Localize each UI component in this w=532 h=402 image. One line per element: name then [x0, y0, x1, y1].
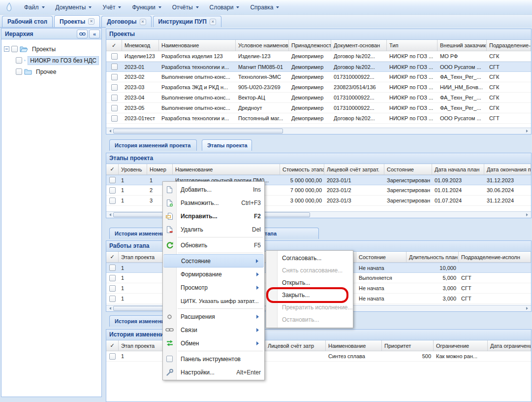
scroll-left-icon[interactable]: [106, 212, 113, 218]
column-header-constraint-date[interactable]: Дата ограничения: [488, 340, 531, 351]
menu-item-extensions[interactable]: Расширения: [163, 310, 264, 323]
tab-project-history[interactable]: История изменений проекта: [109, 139, 197, 151]
row-checkbox[interactable]: [109, 198, 116, 204]
row-checkbox[interactable]: [109, 177, 116, 183]
tree-checkbox[interactable]: [16, 57, 22, 64]
column-header-constraint[interactable]: Ограничение: [434, 340, 488, 351]
row-checkbox[interactable]: [111, 115, 118, 122]
column-header-check[interactable]: ✓: [106, 252, 119, 262]
column-header-level[interactable]: Уровень: [119, 164, 147, 174]
row-checkbox[interactable]: [109, 353, 116, 360]
scroll-left-icon[interactable]: [106, 305, 113, 311]
tab-instructions-pup[interactable]: Инструкции ПУП×: [153, 16, 221, 27]
table-row[interactable]: 2023-01тест Разработка технологии и... П…: [106, 113, 531, 124]
tree-checkbox[interactable]: [11, 46, 18, 52]
table-row[interactable]: 2023-04 Выполнение опытно-конс... Вектор…: [106, 93, 531, 103]
scroll-right-icon[interactable]: [525, 305, 531, 311]
tab-desktop[interactable]: Рабочий стол: [2, 16, 53, 27]
column-header-end-date[interactable]: Дата окончания п: [484, 164, 531, 174]
column-header-stage-cost[interactable]: Стоимость этапа: [280, 164, 324, 174]
tree-collapse-icon[interactable]: [4, 46, 9, 52]
row-checkbox[interactable]: [109, 265, 116, 271]
menu-file[interactable]: Файл: [19, 1, 50, 13]
column-header-external-customer[interactable]: Внешний заказчик: [438, 40, 487, 51]
column-header-cost-account[interactable]: Лицевой счёт затр: [265, 340, 326, 351]
column-header-check[interactable]: ✓: [106, 164, 119, 174]
menu-item-edit[interactable]: Исправить... F2: [163, 209, 264, 223]
table-row-selected[interactable]: 2023-01 Разработка технологии и... Магни…: [106, 62, 531, 72]
menu-item-exchange[interactable]: Обмен: [163, 336, 264, 350]
tree-checkbox[interactable]: [16, 68, 22, 75]
scroll-right-icon[interactable]: [525, 212, 531, 218]
submenu-item-close[interactable]: Закрыть...: [266, 289, 353, 302]
menu-item-duplicate[interactable]: Размножить... Ctrl+F3: [163, 196, 264, 209]
row-checkbox[interactable]: [111, 53, 118, 60]
column-header-name[interactable]: Наименование: [326, 340, 382, 351]
scrollbar-thumb[interactable]: [113, 129, 283, 134]
row-checkbox[interactable]: [111, 105, 118, 111]
column-header-priority[interactable]: Приоритет: [382, 340, 434, 351]
tab-contracts[interactable]: Договоры×: [101, 16, 151, 27]
column-header-start-date[interactable]: Дата начала план: [432, 164, 484, 174]
column-header-number[interactable]: Номер: [147, 164, 173, 174]
menu-item-citk-cost-code[interactable]: ЦИТК. Указать шифр затрат...: [163, 294, 264, 307]
column-header-check[interactable]: ✓: [106, 40, 122, 51]
menu-item-refresh[interactable]: Обновить F5: [163, 238, 264, 252]
row-checkbox[interactable]: [109, 187, 116, 194]
column-header-project-stage[interactable]: Этап проекта: [119, 252, 163, 262]
scroll-right-icon[interactable]: [525, 128, 531, 134]
collapse-panel-icon[interactable]: «: [89, 30, 100, 38]
submenu-item-open[interactable]: Открыть...: [266, 277, 353, 289]
menu-documents[interactable]: Документы: [50, 1, 97, 13]
table-row[interactable]: 2023-02 Выполнение опытно-конс... Технол…: [106, 72, 531, 82]
menu-item-formation[interactable]: Формирование: [163, 268, 264, 281]
row-checkbox[interactable]: [111, 64, 118, 70]
column-header-name[interactable]: Наименование: [159, 40, 236, 51]
menu-dictionaries[interactable]: Словари: [204, 1, 245, 13]
column-header-codename[interactable]: Условное наименова: [236, 40, 289, 51]
menu-item-view[interactable]: Просмотр: [163, 281, 264, 294]
close-icon[interactable]: ×: [210, 19, 216, 25]
row-checkbox[interactable]: [111, 84, 118, 91]
menu-help[interactable]: Справка: [245, 1, 284, 13]
tab-projects[interactable]: Проекты×: [54, 15, 100, 27]
menu-accounting[interactable]: Учёт: [97, 1, 126, 13]
close-icon[interactable]: ×: [140, 19, 146, 25]
column-header-cost-account[interactable]: Лицевой счёт затрат.: [324, 164, 384, 174]
row-checkbox[interactable]: [111, 74, 118, 80]
column-header-mnemocode[interactable]: Мнемокод: [122, 40, 159, 51]
menu-item-delete[interactable]: Удалить Del: [163, 223, 264, 236]
column-header-state[interactable]: Состояние: [356, 252, 407, 262]
tree-node-projects[interactable]: Проекты: [4, 43, 99, 55]
column-header-department[interactable]: Подразделение-от: [487, 40, 531, 51]
menu-functions[interactable]: Функции: [126, 1, 166, 13]
column-header-base-document[interactable]: Документ-основан: [331, 40, 387, 51]
menu-reports[interactable]: Отчёты: [167, 1, 204, 13]
row-checkbox[interactable]: [109, 275, 116, 281]
column-header-belonging[interactable]: Принадлежность: [289, 40, 331, 51]
submenu-item-approve[interactable]: Согласовать...: [266, 252, 353, 265]
column-header-type[interactable]: Тип: [387, 40, 438, 51]
menu-item-state[interactable]: Состояние: [163, 254, 264, 268]
search-icon[interactable]: [77, 30, 88, 38]
table-row[interactable]: 2023-03 Разработка ЭКД и РКД н... 905-U0…: [106, 82, 531, 93]
menu-item-toolbar-toggle[interactable]: Панель инструментов: [163, 352, 264, 366]
row-checkbox[interactable]: [109, 285, 116, 292]
menu-item-settings[interactable]: Настройки... Alt+Enter: [163, 366, 264, 379]
scroll-left-icon[interactable]: [106, 128, 113, 134]
tree-node-niokr[interactable]: НИОКР по ГОЗ без НДС: [4, 55, 99, 66]
column-header-executor-department[interactable]: Подразделение-исполн: [459, 252, 531, 262]
row-checkbox[interactable]: [111, 95, 118, 101]
tree-node-other[interactable]: Прочее: [4, 66, 99, 77]
column-header-name[interactable]: Наименование: [173, 164, 280, 174]
menu-item-add[interactable]: Добавить... Ins: [163, 183, 264, 196]
table-row[interactable]: Изделие123 Разработка изделия 123 Издели…: [106, 51, 531, 62]
table-row[interactable]: 2023-05 Выполнение опытно-конс... Дредно…: [106, 103, 531, 113]
column-header-duration-plan[interactable]: Длительность план: [407, 252, 459, 262]
close-icon[interactable]: ×: [88, 18, 94, 25]
column-header-check[interactable]: ✓: [106, 340, 119, 351]
menu-item-links[interactable]: Связи: [163, 323, 264, 336]
row-checkbox[interactable]: [109, 296, 116, 302]
column-header-project-stage[interactable]: Этап проекта: [119, 340, 163, 351]
tab-project-stages[interactable]: Этапы проекта: [202, 139, 252, 151]
